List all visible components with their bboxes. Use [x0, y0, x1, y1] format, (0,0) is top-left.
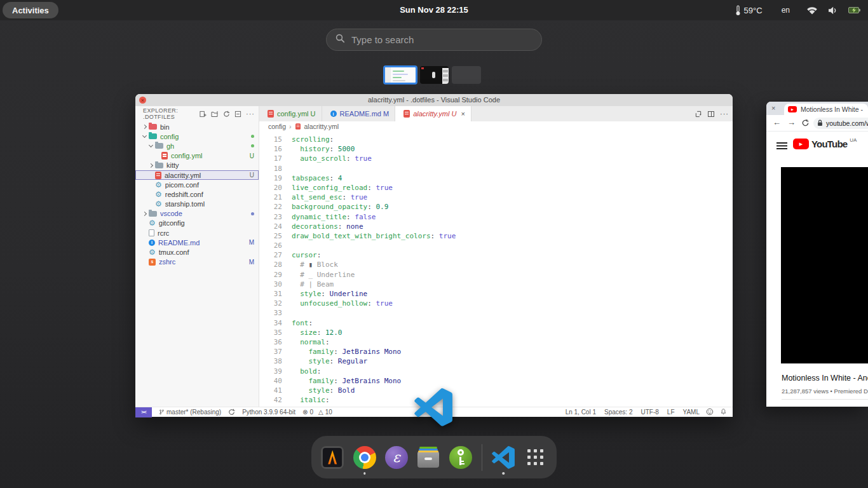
- workspace-thumbnail-2[interactable]: [420, 66, 449, 84]
- feedback-smiley-icon[interactable]: [706, 408, 714, 417]
- code-line-24[interactable]: 24decorations: none: [259, 222, 733, 231]
- breadcrumb-folder[interactable]: config: [268, 123, 286, 130]
- workspace-thumbnail-empty[interactable]: [452, 66, 481, 84]
- tree-item-gitconfig[interactable]: gitconfig: [135, 219, 259, 228]
- code-line-17[interactable]: 17 auto_scroll: true: [259, 154, 733, 163]
- tree-item-config.yml[interactable]: config.ymlU: [135, 151, 259, 161]
- dock-emacs-icon[interactable]: [384, 440, 409, 475]
- dock-files-icon[interactable]: [416, 440, 440, 475]
- tree-item-config[interactable]: config: [135, 132, 259, 141]
- code-line-33[interactable]: 33: [259, 308, 733, 318]
- code-line-23[interactable]: 23dynamic_title: false: [259, 212, 733, 222]
- tab-close-icon[interactable]: [461, 110, 465, 118]
- code-line-31[interactable]: 31 style: Underline: [259, 289, 733, 299]
- video-player[interactable]: [781, 167, 868, 363]
- code-line-25[interactable]: 25draw_bold_text_with_bright_colors: tru…: [259, 231, 733, 241]
- tree-item-redshift.conf[interactable]: redshift.conf: [135, 189, 259, 199]
- editor-more-actions-icon[interactable]: [720, 110, 729, 118]
- search-input[interactable]: Type to search: [326, 29, 542, 51]
- collapse-folders-icon[interactable]: [234, 111, 241, 118]
- notifications-bell-icon[interactable]: [720, 408, 727, 417]
- code-line-29[interactable]: 29 # _ Underline: [259, 270, 733, 280]
- workspace-thumbnail-active[interactable]: [383, 65, 417, 85]
- reload-icon[interactable]: [801, 119, 810, 129]
- code-line-35[interactable]: 35 size: 12.0: [259, 328, 733, 337]
- statusbar-item-4[interactable]: YAML: [683, 409, 700, 416]
- code-line-22[interactable]: 22background_opacity: 0.9: [259, 202, 733, 212]
- statusbar-item-2[interactable]: UTF-8: [641, 409, 658, 416]
- tree-item-bin[interactable]: bin: [135, 122, 259, 132]
- code-line-42[interactable]: 42 italic:: [259, 395, 733, 405]
- remote-indicator[interactable]: [135, 407, 152, 417]
- chevron-right-icon[interactable]: [142, 212, 147, 216]
- tree-item-README.md[interactable]: README.mdM: [135, 238, 259, 247]
- tree-item-zshrc[interactable]: zshrcM: [135, 257, 259, 267]
- keyboard-layout[interactable]: en: [782, 6, 790, 15]
- dock-vscode-icon[interactable]: [491, 440, 515, 475]
- tree-item-vscode[interactable]: vscode: [135, 209, 259, 219]
- tab-close-icon[interactable]: [771, 104, 775, 112]
- code-line-41[interactable]: 41 style: Bold: [259, 386, 733, 395]
- tab-README.md[interactable]: README.md M: [322, 106, 396, 121]
- problems-item[interactable]: 0 10: [302, 409, 332, 416]
- open-changes-icon[interactable]: [695, 111, 702, 118]
- breadcrumb-file[interactable]: alacritty.yml: [304, 123, 339, 130]
- chevron-down-icon[interactable]: [149, 143, 153, 147]
- tree-item-picom.conf[interactable]: picom.conf: [135, 180, 259, 189]
- tree-item-kitty[interactable]: kitty: [135, 161, 259, 170]
- code-line-39[interactable]: 39 bold:: [259, 367, 733, 376]
- new-file-icon[interactable]: [200, 111, 207, 118]
- code-line-15[interactable]: 15scrolling:: [259, 135, 733, 144]
- dock-alacritty-icon[interactable]: [320, 440, 344, 475]
- chevron-right-icon[interactable]: [149, 163, 153, 168]
- code-line-34[interactable]: 34font:: [259, 318, 733, 328]
- more-actions-icon[interactable]: [246, 110, 255, 118]
- vscode-titlebar[interactable]: alacritty.yml - .dotfiles - Visual Studi…: [135, 94, 733, 106]
- sync-icon[interactable]: [228, 409, 235, 416]
- code-line-26[interactable]: 26: [259, 241, 733, 250]
- code-line-30[interactable]: 30 # | Beam: [259, 280, 733, 289]
- dock-keyring-icon[interactable]: [449, 440, 473, 475]
- tree-item-gh[interactable]: gh: [135, 141, 259, 151]
- back-icon[interactable]: [773, 118, 781, 127]
- code-editor[interactable]: 15scrolling:16 history: 500017 auto_scro…: [259, 132, 733, 407]
- tree-item-tmux.conf[interactable]: tmux.conf: [135, 247, 259, 257]
- address-bar[interactable]: youtube.com/wa: [813, 118, 868, 129]
- code-line-27[interactable]: 27cursor:: [259, 250, 733, 260]
- chevron-down-icon[interactable]: [142, 133, 147, 138]
- code-line-21[interactable]: 21alt_send_esc: true: [259, 193, 733, 202]
- tree-item-starship.toml[interactable]: starship.toml: [135, 200, 259, 209]
- statusbar-item-3[interactable]: LF: [667, 409, 675, 416]
- dock-chrome-icon[interactable]: [352, 440, 376, 475]
- git-branch-item[interactable]: master* (Rebasing): [159, 409, 221, 416]
- code-line-37[interactable]: 37 family: JetBrains Mono: [259, 347, 733, 356]
- code-line-32[interactable]: 32 unfocused_hollow: true: [259, 299, 733, 308]
- dock-app-grid-icon[interactable]: [524, 440, 548, 475]
- split-editor-icon[interactable]: [708, 111, 714, 117]
- code-line-16[interactable]: 16 history: 5000: [259, 144, 733, 154]
- window-close-button[interactable]: [139, 97, 146, 104]
- code-line-28[interactable]: 28 # ▮ Block: [259, 260, 733, 269]
- tab-config.yml[interactable]: config.yml U: [259, 106, 322, 121]
- code-line-36[interactable]: 36 normal:: [259, 337, 733, 347]
- breadcrumb[interactable]: config alacritty.yml: [259, 121, 733, 132]
- code-line-18[interactable]: 18: [259, 164, 733, 173]
- new-folder-icon[interactable]: [211, 111, 219, 118]
- python-interpreter[interactable]: Python 3.9.9 64-bit: [242, 409, 295, 416]
- code-line-19[interactable]: 19tabspaces: 4: [259, 173, 733, 183]
- hamburger-menu-icon[interactable]: [776, 142, 787, 149]
- refresh-icon[interactable]: [223, 111, 230, 118]
- code-line-38[interactable]: 38 style: Regular: [259, 356, 733, 366]
- system-status-area[interactable]: 59°C en: [735, 0, 859, 20]
- vscode-logo-drag-icon[interactable]: [414, 388, 452, 426]
- youtube-logo[interactable]: YouTube UA: [793, 139, 857, 149]
- code-line-20[interactable]: 20live_config_reload: true: [259, 183, 733, 193]
- statusbar-item-0[interactable]: Ln 1, Col 1: [566, 409, 596, 416]
- tab-alacritty.yml[interactable]: alacritty.yml U: [395, 106, 471, 121]
- youtube-tab[interactable]: Motionless In White - A: [784, 104, 868, 115]
- code-line-40[interactable]: 40 family: JetBrains Mono: [259, 376, 733, 386]
- forward-icon[interactable]: [787, 118, 796, 127]
- tree-item-rcrc[interactable]: rcrc: [135, 228, 259, 238]
- statusbar-item-1[interactable]: Spaces: 2: [604, 409, 632, 416]
- chevron-right-icon[interactable]: [142, 125, 147, 129]
